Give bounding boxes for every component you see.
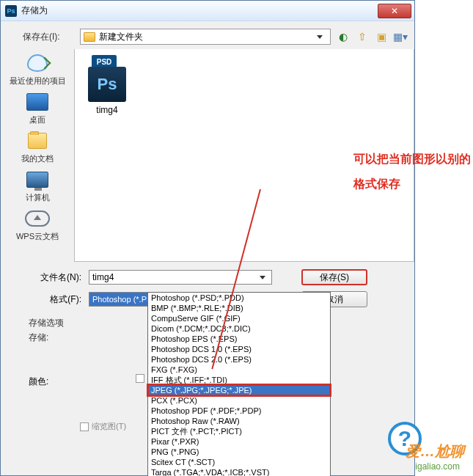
thumbnail-checkbox[interactable] [80,422,89,431]
view-icon[interactable]: ▦▾ [394,30,407,43]
location-text: 新建文件夹 [99,31,143,43]
format-option[interactable]: FXG (*.FXG) [148,365,330,375]
up-icon[interactable]: ⇧ [356,30,369,43]
desktop-icon [26,93,48,111]
format-option[interactable]: Photoshop EPS (*.EPS) [148,334,330,344]
format-option[interactable]: Photoshop PDF (*.PDF;*.PDP) [148,406,330,416]
thumbnail-label: 缩览图(T) [92,421,126,432]
close-button[interactable]: ✕ [378,4,411,18]
recent-icon [27,54,48,72]
filename-label: 文件名(N): [30,271,81,284]
watermark-url: igaliao.com [415,461,460,472]
dialog-title: 存储为 [21,4,378,17]
format-option[interactable]: BMP (*.BMP;*.RLE;*.DIB) [148,303,330,313]
sidebar-item-cloud[interactable]: WPS云文档 [4,208,70,242]
format-option[interactable]: Dicom (*.DCM;*.DC3;*.DIC) [148,323,330,334]
format-option[interactable]: Photoshop Raw (*.RAW) [148,416,330,426]
cloud-icon [25,210,50,227]
format-option-checkbox[interactable] [136,374,144,383]
format-option[interactable]: Photoshop (*.PSD;*.PDD) [148,293,330,303]
format-option[interactable]: IFF 格式 (*.IFF;*.TDI) [148,375,330,385]
documents-icon [28,133,47,149]
title-bar: Ps 存储为 ✕ [1,1,414,21]
new-folder-icon[interactable]: ▣ [375,30,388,43]
store-label: 存储: [29,332,64,343]
format-option[interactable]: Scitex CT (*.SCT) [148,457,330,467]
color-label: 颜色: [29,376,48,388]
back-icon[interactable]: ◐ [337,30,350,43]
filename-input[interactable]: timg4 [89,270,272,285]
places-sidebar: 最近使用的项目 桌面 我的文档 计算机 WPS云文档 [1,49,74,262]
chevron-down-icon [260,276,265,279]
save-button[interactable]: 保存(S) [301,269,367,285]
format-option[interactable]: JPEG (*.JPG;*.JPEG;*.JPE) [148,385,330,395]
location-dropdown[interactable]: 新建文件夹 [80,29,331,45]
watermark-brand: 爱…尬聊 [406,442,464,461]
annotation-text: 可以把当前图形以别的 格式保存 [353,147,471,197]
file-name: timg4 [96,105,117,115]
sidebar-item-desktop[interactable]: 桌面 [4,91,70,125]
format-option[interactable]: Targa (*.TGA;*.VDA;*.ICB;*.VST) [148,467,330,476]
save-in-label: 保存在(I): [23,31,74,43]
storage-section-title: 存储选项 [29,317,64,329]
sidebar-item-computer[interactable]: 计算机 [4,169,70,203]
format-option[interactable]: Pixar (*.PXR) [148,436,330,447]
psd-file-icon: PSD Ps [88,55,126,102]
format-option[interactable]: PNG (*.PNG) [148,447,330,457]
file-item[interactable]: PSD Ps timg4 [81,55,133,115]
folder-icon [84,32,95,42]
format-option[interactable]: Photoshop DCS 1.0 (*.EPS) [148,344,330,354]
format-options-list[interactable]: Photoshop (*.PSD;*.PDD)BMP (*.BMP;*.RLE;… [147,292,331,476]
app-icon: Ps [5,5,17,17]
format-option[interactable]: PICT 文件 (*.PCT;*.PICT) [148,426,330,436]
format-option[interactable]: PCX (*.PCX) [148,395,330,406]
sidebar-item-documents[interactable]: 我的文档 [4,130,70,164]
computer-icon [26,172,48,188]
format-label: 格式(F): [30,293,81,306]
format-option[interactable]: Photoshop DCS 2.0 (*.EPS) [148,354,330,365]
chevron-down-icon [317,35,323,39]
sidebar-item-recent[interactable]: 最近使用的项目 [4,52,70,87]
format-option[interactable]: CompuServe GIF (*.GIF) [148,313,330,323]
